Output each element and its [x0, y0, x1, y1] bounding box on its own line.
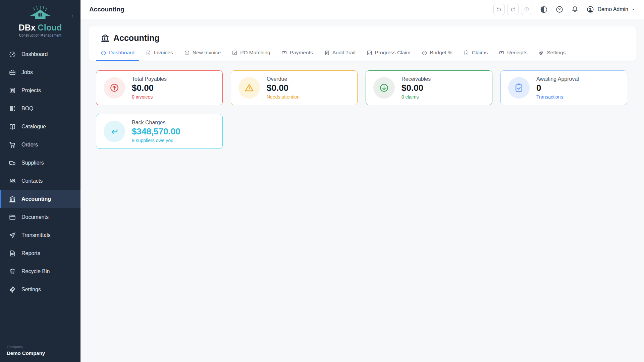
help-button[interactable] — [555, 5, 564, 13]
stat-value: 0 — [536, 83, 579, 93]
trash-icon — [9, 268, 16, 275]
cash-icon — [281, 50, 287, 56]
sidebar-collapse-button[interactable] — [68, 12, 76, 21]
accounting-panel-header: Accounting — [101, 33, 624, 43]
send-icon — [9, 232, 16, 239]
topbar: Accounting — [80, 0, 644, 19]
sidebar-item-accounting[interactable]: Accounting — [0, 190, 80, 208]
tab-po-matching[interactable]: PO Matching — [232, 48, 270, 61]
stat-text: Awaiting Approval 0 Transactions — [536, 76, 579, 100]
cart-icon — [9, 141, 16, 148]
sidebar-item-settings[interactable]: Settings — [0, 281, 80, 299]
gauge-icon — [422, 50, 427, 56]
user-name: Demo Admin — [597, 6, 628, 12]
tab-label: Claims — [472, 50, 488, 56]
sidebar-item-jobs[interactable]: Jobs — [0, 63, 80, 81]
chevron-left-icon — [70, 13, 75, 19]
speedometer-icon — [101, 50, 106, 56]
undo-button[interactable] — [493, 4, 505, 15]
accounting-panel: Accounting Dashboard Invoices New Invoic… — [89, 26, 636, 61]
stat-subtitle: Transactions — [536, 94, 579, 100]
tab-payments[interactable]: Payments — [281, 48, 313, 61]
tab-invoices[interactable]: Invoices — [146, 48, 173, 61]
stat-card-receivables[interactable]: Receivables $0.00 0 claims — [366, 70, 492, 105]
tab-audit-trail[interactable]: Audit Trail — [324, 48, 356, 61]
sidebar-footer: Company Demo Company — [0, 340, 80, 362]
file-text-icon — [146, 50, 151, 56]
sidebar-item-dashboard[interactable]: Dashboard — [0, 45, 80, 63]
caret-down-icon — [631, 7, 635, 11]
stat-card-total-payables[interactable]: Total Payables $0.00 0 invoices — [96, 70, 223, 105]
people-icon — [9, 177, 16, 185]
sidebar-item-label: Settings — [21, 287, 41, 293]
sidebar-item-label: Catalogue — [21, 124, 46, 130]
brand-house-icon — [25, 5, 56, 21]
tab-progress-claim[interactable]: Progress Claim — [367, 48, 411, 61]
tab-dashboard[interactable]: Dashboard — [101, 48, 135, 61]
bell-icon — [571, 5, 579, 13]
journal-icon — [324, 50, 330, 56]
notifications-button[interactable] — [571, 5, 579, 13]
stat-title: Overdue — [267, 76, 300, 82]
book-icon — [9, 123, 16, 130]
stat-value: $0.00 — [267, 83, 300, 93]
app-root: DBxCloud Construction Management Dashboa… — [0, 0, 644, 362]
stat-value: $0.00 — [132, 83, 167, 93]
sidebar-item-documents[interactable]: Documents — [0, 208, 80, 226]
redo-button[interactable] — [507, 4, 519, 15]
clipboard-check-icon — [508, 77, 530, 99]
arrow-up-circle-icon — [104, 77, 125, 99]
tab-new-invoice[interactable]: New Invoice — [184, 48, 221, 61]
stat-title: Total Payables — [132, 76, 167, 82]
stat-title: Receivables — [401, 76, 431, 82]
stat-text: Receivables $0.00 0 claims — [401, 76, 431, 100]
sidebar-item-transmittals[interactable]: Transmittals — [0, 226, 80, 244]
cash-icon — [499, 50, 504, 56]
tab-label: New Invoice — [193, 50, 221, 56]
line-chart-icon — [367, 50, 372, 56]
sidebar-item-label: Jobs — [21, 69, 33, 75]
stat-subtitle: 0 claims — [401, 94, 431, 100]
sidebar-item-recycle-bin[interactable]: Recycle Bin — [0, 262, 80, 281]
stat-subtitle: 0 invoices — [132, 94, 167, 100]
sidebar-item-reports[interactable]: Reports — [0, 244, 80, 262]
theme-contrast-toggle[interactable] — [540, 5, 548, 14]
tab-settings[interactable]: Settings — [538, 48, 566, 61]
accounting-tabs: Dashboard Invoices New Invoice PO Matchi… — [101, 48, 624, 61]
tab-claims[interactable]: Claims — [464, 48, 488, 61]
brand-name-accent: Cloud — [38, 23, 62, 32]
stat-subtitle: 9 suppliers owe you — [132, 138, 180, 143]
sidebar-item-contacts[interactable]: Contacts — [0, 172, 80, 190]
user-menu[interactable]: Demo Admin — [586, 5, 635, 13]
brand-tagline: Construction Management — [3, 34, 77, 37]
stat-card-overdue[interactable]: Overdue $0.00 Needs attention — [231, 70, 358, 105]
sidebar-item-label: Orders — [21, 142, 38, 148]
stat-subtitle: Needs attention — [267, 94, 300, 100]
tab-budget[interactable]: Budget % — [422, 48, 452, 61]
return-arrow-icon — [104, 121, 125, 142]
brand-name-primary: DBx — [18, 23, 36, 32]
sidebar-nav: Dashboard Jobs Projects BOQ Catalogue Or… — [0, 45, 80, 299]
undo-icon — [496, 7, 502, 12]
truck-icon — [9, 159, 16, 167]
sidebar-item-orders[interactable]: Orders — [0, 136, 80, 154]
gear-icon — [538, 50, 544, 56]
bank-icon — [101, 34, 110, 43]
check-square-icon — [232, 50, 237, 56]
tab-receipts[interactable]: Receipts — [499, 48, 527, 61]
stat-card-awaiting-approval[interactable]: Awaiting Approval 0 Transactions — [500, 70, 627, 105]
sidebar-item-boq[interactable]: BOQ — [0, 100, 80, 118]
sidebar-item-suppliers[interactable]: Suppliers — [0, 154, 80, 172]
history-button[interactable] — [521, 4, 532, 15]
kanban-icon — [9, 87, 16, 94]
redo-icon — [510, 7, 516, 12]
sidebar-item-label: Accounting — [21, 196, 51, 202]
clock-history-icon — [524, 7, 529, 12]
sidebar-item-projects[interactable]: Projects — [0, 81, 80, 100]
sidebar-item-label: BOQ — [21, 106, 34, 112]
sidebar-item-label: Suppliers — [21, 160, 44, 166]
speedometer-icon — [9, 51, 16, 58]
question-circle-icon — [555, 5, 564, 13]
stat-card-back-charges[interactable]: Back Charges $348,570.00 9 suppliers owe… — [96, 114, 223, 149]
sidebar-item-catalogue[interactable]: Catalogue — [0, 118, 80, 136]
